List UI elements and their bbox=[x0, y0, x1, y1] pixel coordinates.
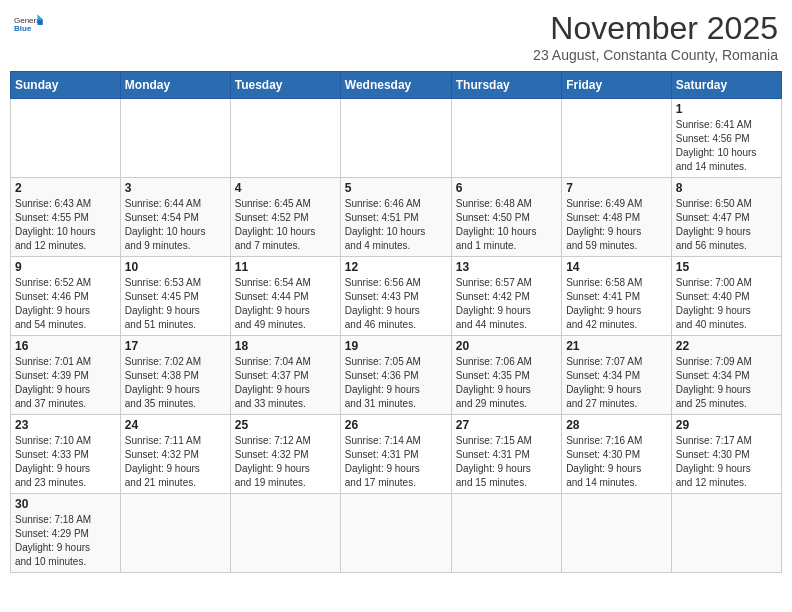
calendar-cell: 3Sunrise: 6:44 AM Sunset: 4:54 PM Daylig… bbox=[120, 178, 230, 257]
calendar-cell bbox=[230, 494, 340, 573]
cell-info: Sunrise: 6:56 AM Sunset: 4:43 PM Dayligh… bbox=[345, 276, 447, 332]
calendar-cell: 20Sunrise: 7:06 AM Sunset: 4:35 PM Dayli… bbox=[451, 336, 561, 415]
calendar-cell bbox=[340, 494, 451, 573]
calendar-cell bbox=[562, 99, 672, 178]
calendar-cell: 19Sunrise: 7:05 AM Sunset: 4:36 PM Dayli… bbox=[340, 336, 451, 415]
cell-info: Sunrise: 6:57 AM Sunset: 4:42 PM Dayligh… bbox=[456, 276, 557, 332]
cell-info: Sunrise: 6:48 AM Sunset: 4:50 PM Dayligh… bbox=[456, 197, 557, 253]
calendar-cell: 26Sunrise: 7:14 AM Sunset: 4:31 PM Dayli… bbox=[340, 415, 451, 494]
calendar-cell bbox=[340, 99, 451, 178]
column-header-thursday: Thursday bbox=[451, 72, 561, 99]
calendar-cell: 28Sunrise: 7:16 AM Sunset: 4:30 PM Dayli… bbox=[562, 415, 672, 494]
day-number: 4 bbox=[235, 181, 336, 195]
calendar-cell: 14Sunrise: 6:58 AM Sunset: 4:41 PM Dayli… bbox=[562, 257, 672, 336]
cell-info: Sunrise: 6:43 AM Sunset: 4:55 PM Dayligh… bbox=[15, 197, 116, 253]
day-number: 16 bbox=[15, 339, 116, 353]
cell-info: Sunrise: 7:04 AM Sunset: 4:37 PM Dayligh… bbox=[235, 355, 336, 411]
calendar-week-row: 9Sunrise: 6:52 AM Sunset: 4:46 PM Daylig… bbox=[11, 257, 782, 336]
day-number: 9 bbox=[15, 260, 116, 274]
day-number: 30 bbox=[15, 497, 116, 511]
calendar-cell: 10Sunrise: 6:53 AM Sunset: 4:45 PM Dayli… bbox=[120, 257, 230, 336]
cell-info: Sunrise: 6:54 AM Sunset: 4:44 PM Dayligh… bbox=[235, 276, 336, 332]
calendar-cell: 9Sunrise: 6:52 AM Sunset: 4:46 PM Daylig… bbox=[11, 257, 121, 336]
calendar-cell: 11Sunrise: 6:54 AM Sunset: 4:44 PM Dayli… bbox=[230, 257, 340, 336]
calendar-week-row: 16Sunrise: 7:01 AM Sunset: 4:39 PM Dayli… bbox=[11, 336, 782, 415]
day-number: 5 bbox=[345, 181, 447, 195]
calendar-cell: 8Sunrise: 6:50 AM Sunset: 4:47 PM Daylig… bbox=[671, 178, 781, 257]
page-header: GeneralBlue November 2025 23 August, Con… bbox=[10, 10, 782, 63]
calendar-cell: 2Sunrise: 6:43 AM Sunset: 4:55 PM Daylig… bbox=[11, 178, 121, 257]
calendar-cell: 25Sunrise: 7:12 AM Sunset: 4:32 PM Dayli… bbox=[230, 415, 340, 494]
cell-info: Sunrise: 7:12 AM Sunset: 4:32 PM Dayligh… bbox=[235, 434, 336, 490]
day-number: 14 bbox=[566, 260, 667, 274]
calendar-cell: 27Sunrise: 7:15 AM Sunset: 4:31 PM Dayli… bbox=[451, 415, 561, 494]
logo-icon: GeneralBlue bbox=[14, 10, 46, 42]
day-number: 25 bbox=[235, 418, 336, 432]
cell-info: Sunrise: 7:17 AM Sunset: 4:30 PM Dayligh… bbox=[676, 434, 777, 490]
svg-marker-3 bbox=[37, 20, 42, 25]
svg-text:Blue: Blue bbox=[14, 24, 32, 33]
calendar-cell: 1Sunrise: 6:41 AM Sunset: 4:56 PM Daylig… bbox=[671, 99, 781, 178]
column-header-wednesday: Wednesday bbox=[340, 72, 451, 99]
day-number: 3 bbox=[125, 181, 226, 195]
calendar-week-row: 1Sunrise: 6:41 AM Sunset: 4:56 PM Daylig… bbox=[11, 99, 782, 178]
day-number: 11 bbox=[235, 260, 336, 274]
calendar-table: SundayMondayTuesdayWednesdayThursdayFrid… bbox=[10, 71, 782, 573]
column-header-tuesday: Tuesday bbox=[230, 72, 340, 99]
cell-info: Sunrise: 7:14 AM Sunset: 4:31 PM Dayligh… bbox=[345, 434, 447, 490]
calendar-week-row: 23Sunrise: 7:10 AM Sunset: 4:33 PM Dayli… bbox=[11, 415, 782, 494]
calendar-cell bbox=[451, 99, 561, 178]
calendar-cell: 22Sunrise: 7:09 AM Sunset: 4:34 PM Dayli… bbox=[671, 336, 781, 415]
cell-info: Sunrise: 7:07 AM Sunset: 4:34 PM Dayligh… bbox=[566, 355, 667, 411]
day-number: 18 bbox=[235, 339, 336, 353]
calendar-cell bbox=[11, 99, 121, 178]
day-number: 6 bbox=[456, 181, 557, 195]
day-number: 7 bbox=[566, 181, 667, 195]
cell-info: Sunrise: 7:16 AM Sunset: 4:30 PM Dayligh… bbox=[566, 434, 667, 490]
calendar-week-row: 2Sunrise: 6:43 AM Sunset: 4:55 PM Daylig… bbox=[11, 178, 782, 257]
calendar-cell: 16Sunrise: 7:01 AM Sunset: 4:39 PM Dayli… bbox=[11, 336, 121, 415]
month-title: November 2025 bbox=[533, 10, 778, 47]
day-number: 27 bbox=[456, 418, 557, 432]
cell-info: Sunrise: 7:01 AM Sunset: 4:39 PM Dayligh… bbox=[15, 355, 116, 411]
calendar-cell: 6Sunrise: 6:48 AM Sunset: 4:50 PM Daylig… bbox=[451, 178, 561, 257]
calendar-cell bbox=[671, 494, 781, 573]
cell-info: Sunrise: 7:18 AM Sunset: 4:29 PM Dayligh… bbox=[15, 513, 116, 569]
cell-info: Sunrise: 7:05 AM Sunset: 4:36 PM Dayligh… bbox=[345, 355, 447, 411]
calendar-cell: 4Sunrise: 6:45 AM Sunset: 4:52 PM Daylig… bbox=[230, 178, 340, 257]
day-number: 21 bbox=[566, 339, 667, 353]
cell-info: Sunrise: 6:45 AM Sunset: 4:52 PM Dayligh… bbox=[235, 197, 336, 253]
day-number: 13 bbox=[456, 260, 557, 274]
day-number: 17 bbox=[125, 339, 226, 353]
cell-info: Sunrise: 7:11 AM Sunset: 4:32 PM Dayligh… bbox=[125, 434, 226, 490]
day-number: 19 bbox=[345, 339, 447, 353]
logo: GeneralBlue bbox=[14, 10, 46, 42]
cell-info: Sunrise: 6:52 AM Sunset: 4:46 PM Dayligh… bbox=[15, 276, 116, 332]
calendar-cell: 21Sunrise: 7:07 AM Sunset: 4:34 PM Dayli… bbox=[562, 336, 672, 415]
cell-info: Sunrise: 7:10 AM Sunset: 4:33 PM Dayligh… bbox=[15, 434, 116, 490]
title-block: November 2025 23 August, Constanta Count… bbox=[533, 10, 778, 63]
calendar-cell bbox=[562, 494, 672, 573]
calendar-cell: 7Sunrise: 6:49 AM Sunset: 4:48 PM Daylig… bbox=[562, 178, 672, 257]
cell-info: Sunrise: 6:53 AM Sunset: 4:45 PM Dayligh… bbox=[125, 276, 226, 332]
day-number: 1 bbox=[676, 102, 777, 116]
day-number: 26 bbox=[345, 418, 447, 432]
cell-info: Sunrise: 7:02 AM Sunset: 4:38 PM Dayligh… bbox=[125, 355, 226, 411]
calendar-cell: 5Sunrise: 6:46 AM Sunset: 4:51 PM Daylig… bbox=[340, 178, 451, 257]
day-number: 12 bbox=[345, 260, 447, 274]
calendar-cell: 23Sunrise: 7:10 AM Sunset: 4:33 PM Dayli… bbox=[11, 415, 121, 494]
cell-info: Sunrise: 7:06 AM Sunset: 4:35 PM Dayligh… bbox=[456, 355, 557, 411]
calendar-cell: 12Sunrise: 6:56 AM Sunset: 4:43 PM Dayli… bbox=[340, 257, 451, 336]
day-number: 23 bbox=[15, 418, 116, 432]
day-number: 24 bbox=[125, 418, 226, 432]
day-number: 10 bbox=[125, 260, 226, 274]
day-number: 28 bbox=[566, 418, 667, 432]
cell-info: Sunrise: 6:49 AM Sunset: 4:48 PM Dayligh… bbox=[566, 197, 667, 253]
cell-info: Sunrise: 6:44 AM Sunset: 4:54 PM Dayligh… bbox=[125, 197, 226, 253]
subtitle: 23 August, Constanta County, Romania bbox=[533, 47, 778, 63]
calendar-cell: 15Sunrise: 7:00 AM Sunset: 4:40 PM Dayli… bbox=[671, 257, 781, 336]
calendar-cell: 29Sunrise: 7:17 AM Sunset: 4:30 PM Dayli… bbox=[671, 415, 781, 494]
calendar-cell: 18Sunrise: 7:04 AM Sunset: 4:37 PM Dayli… bbox=[230, 336, 340, 415]
cell-info: Sunrise: 7:15 AM Sunset: 4:31 PM Dayligh… bbox=[456, 434, 557, 490]
day-number: 2 bbox=[15, 181, 116, 195]
